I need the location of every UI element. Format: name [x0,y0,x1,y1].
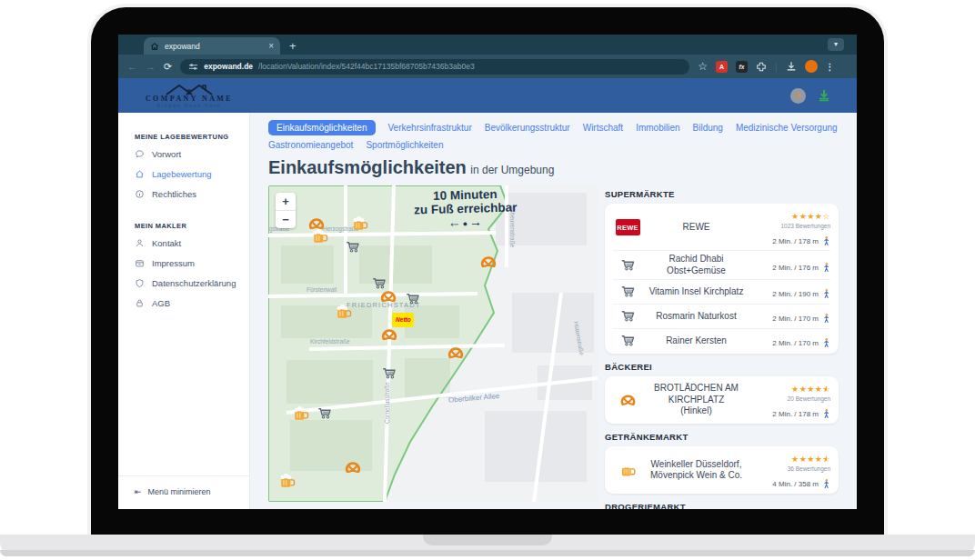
tab-favicon-home-icon [150,42,159,51]
address-bar[interactable]: expowand.de/locationValuation/index/542f… [180,59,689,75]
place-name: Rachid Dhabi Obst+Gemüse [642,254,750,276]
shopping-cart-icon [613,257,642,274]
map-marker-pretzel[interactable] [344,459,362,475]
download-report-icon[interactable] [817,88,831,103]
sidebar-item-lagebewertung[interactable]: Lagebewertung [135,169,249,179]
place-name: REWE [642,222,750,234]
site-settings-icon[interactable] [188,62,198,72]
street-label: Kirchfeldstraße [310,338,350,345]
shopping-cart-icon [613,308,642,325]
sidebar-item-datenschutz[interactable]: Datenschutzerklärung [135,278,249,288]
tab-einkaufsmoeglichkeiten[interactable]: Einkaufsmöglichkeiten [268,120,376,135]
sidebar-item-label: Vorwort [152,149,181,159]
profile-avatar[interactable] [805,60,818,73]
walk-distance: 2 Min. / 178 m [772,235,830,247]
forward-icon[interactable]: → [146,61,156,72]
sidebar-item-label: AGB [152,298,170,308]
zoom-out-button[interactable]: − [276,211,296,228]
map-marker-cart[interactable] [316,405,334,422]
walk-distance: 2 Min. / 190 m [772,288,830,300]
map-zoom-control: + − [276,193,296,228]
map-marker-cart[interactable] [404,291,422,307]
pretzel-icon [613,392,642,408]
sidebar-item-kontakt[interactable]: Kontakt [135,238,249,248]
url-path: /locationValuation/index/542f44bc17135bf… [258,62,475,71]
sidebar-item-impressum[interactable]: Impressum [135,258,249,268]
walking-person-icon [822,262,830,274]
extensions-puzzle-icon[interactable] [756,61,767,72]
place-name: Weinkeller Düsseldorf,Mövenpick Wein & C… [642,459,750,482]
place-row-brotlaedchen[interactable]: BROTLÄDCHEN AM KIRCHPLATZ(Hinkel) ★★★★☆★… [613,377,830,423]
place-name: BROTLÄDCHEN AM KIRCHPLATZ(Hinkel) [642,383,750,417]
review-count: 20 Bewertungen [750,395,830,402]
map-marker-beer[interactable] [335,304,353,320]
map-marker-beer[interactable] [278,473,297,489]
map-marker-beer[interactable] [311,228,329,245]
pdf-extension-icon[interactable]: A [716,61,728,73]
lock-icon [135,298,145,308]
browser-window: expowand × + ▾ ← → ⟳ expowand.de/locatio… [118,35,857,509]
map-marker-cart[interactable] [370,275,388,292]
company-name: COMPANY NAME [146,95,233,103]
reload-icon[interactable]: ⟳ [164,61,172,73]
sidebar-item-label: Datenschutzerklärung [152,278,236,288]
map-marker-beer[interactable] [292,405,310,422]
back-icon[interactable]: ← [127,61,137,72]
downloads-icon[interactable] [786,61,797,72]
supermarkets-card: REWE REWE ★★★★☆ 1023 Bewertungen 2 Min. … [605,204,839,354]
place-row-rewe[interactable]: REWE REWE ★★★★☆ 1023 Bewertungen 2 Min. … [613,205,830,250]
tab-bevoelkerungsstruktur[interactable]: Bevölkerungsstruktur [485,123,570,133]
section-title-drogeriemarkt: DROGERIEMARKT [605,502,839,509]
tab-wirtschaft[interactable]: Wirtschaft [583,123,623,133]
walking-person-icon [822,288,830,300]
map-marker-beer[interactable] [351,215,369,232]
tab-sportmoeglichkeiten[interactable]: Sportmöglichkeiten [366,140,443,150]
map[interactable]: Herzogstraße gstraße Fürstenwall FRIEDRI… [268,185,598,502]
map-marker-netto-logo[interactable]: Netto [392,313,414,327]
place-row[interactable]: Vitamin Insel Kirchplatz 2 Min. / 190 m [613,279,830,304]
company-logo[interactable]: COMPANY NAME Slogan Goes Here [135,83,244,108]
place-row[interactable]: Rachid Dhabi Obst+Gemüse 2 Min. / 176 m [613,250,830,279]
new-tab-button[interactable]: + [289,39,297,53]
browser-tab[interactable]: expowand × [144,37,280,55]
page-title-main: Einkaufsmöglichkeiten [268,157,467,177]
map-marker-pretzel[interactable] [479,254,498,270]
zoom-in-button[interactable]: + [276,193,296,211]
places-panel: SUPERMÄRKTE REWE REWE ★★★★☆ 1023 Bewertu… [605,185,839,509]
tab-immobilien[interactable]: Immobilien [636,123,679,133]
bookmark-star-icon[interactable]: ☆ [698,60,708,73]
roofline-logo-icon [161,83,217,95]
tab-medizinische-versorgung[interactable]: Medizinische Versorgung [736,123,838,133]
theme-sun-icon[interactable]: ☀ [790,88,806,104]
map-marker-pretzel[interactable] [447,345,465,361]
sidebar-item-vorwort[interactable]: Vorwort [135,149,249,159]
browser-menu-icon[interactable]: ⋮ [826,62,835,72]
map-marker-cart[interactable] [344,239,362,255]
home-icon [135,169,145,179]
shield-icon [135,278,145,288]
walking-person-icon [822,337,830,349]
sidebar-item-rechtliches[interactable]: Rechtliches [135,189,249,199]
tab-search-button[interactable]: ▾ [828,38,844,51]
tab-title: expowand [165,42,263,51]
main-content: Einkaufsmöglichkeiten Verkehrsinfrastruk… [250,113,857,509]
street-label: Corneliusstraße [384,382,390,424]
tab-close-icon[interactable]: × [268,42,274,51]
tab-verkehrsinfrastruktur[interactable]: Verkehrsinfrastruktur [388,123,472,133]
fx-extension-icon[interactable]: fx [736,61,748,73]
walk-distance: 2 Min. / 170 m [772,337,830,349]
sidebar-item-agb[interactable]: AGB [135,298,249,308]
map-marker-cart[interactable] [380,365,398,382]
place-row-weinkeller[interactable]: Weinkeller Düsseldorf,Mövenpick Wein & C… [613,447,830,493]
tab-gastronomieangebot[interactable]: Gastronomieangebot [268,140,353,150]
tab-bildung[interactable]: Bildung [693,123,723,133]
place-row[interactable]: Rainer Kersten 2 Min. / 170 m [613,328,830,353]
walk-distance: 2 Min. / 170 m [772,313,830,325]
page-title: Einkaufsmöglichkeiten in der Umgebung [268,157,857,178]
bakery-card: BROTLÄDCHEN AM KIRCHPLATZ(Hinkel) ★★★★☆★… [605,376,839,424]
review-count: 36 Bewertungen [750,465,830,472]
place-row[interactable]: Rosmarin Naturkost 2 Min. / 170 m [613,304,830,328]
page-title-suffix: in der Umgebung [470,164,554,176]
menu-collapse-button[interactable]: ⇤ Menü minimieren [118,475,250,509]
map-marker-pretzel[interactable] [380,326,398,343]
